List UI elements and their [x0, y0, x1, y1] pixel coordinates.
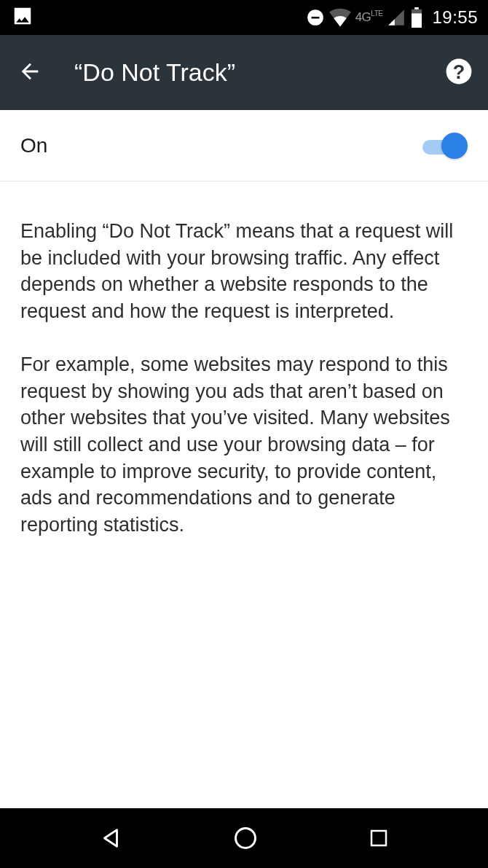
svg-rect-2	[415, 7, 420, 9]
toggle-row: On	[0, 110, 488, 181]
arrow-back-icon	[17, 59, 42, 87]
network-label: 4GLTE	[355, 10, 383, 25]
page-title: “Do Not Track”	[45, 58, 444, 87]
description-paragraph-2: For example, some websites may respond t…	[20, 351, 468, 539]
square-recent-icon	[368, 827, 390, 849]
do-not-track-toggle[interactable]	[422, 131, 468, 160]
wifi-icon	[329, 8, 351, 27]
status-right: 4GLTE 19:55	[306, 7, 482, 28]
clock: 19:55	[428, 7, 482, 28]
nav-recent-button[interactable]	[368, 827, 390, 849]
description: Enabling “Do Not Track” means that a req…	[0, 181, 488, 539]
battery-icon	[410, 7, 423, 28]
toggle-label: On	[20, 134, 422, 157]
status-left	[6, 5, 34, 30]
description-paragraph-1: Enabling “Do Not Track” means that a req…	[20, 218, 468, 325]
status-bar: 4GLTE 19:55	[0, 0, 488, 35]
app-bar: “Do Not Track” ?	[0, 35, 488, 110]
svg-text:?: ?	[453, 60, 465, 82]
circle-home-icon	[232, 825, 259, 851]
svg-rect-1	[311, 17, 319, 19]
help-button[interactable]: ?	[444, 58, 473, 88]
toggle-thumb	[441, 133, 468, 159]
picture-icon	[12, 5, 34, 30]
nav-home-button[interactable]	[232, 825, 259, 851]
triangle-back-icon	[98, 826, 123, 851]
svg-point-7	[236, 829, 256, 848]
back-button[interactable]	[15, 59, 45, 87]
svg-rect-4	[412, 13, 422, 28]
navigation-bar	[0, 808, 488, 868]
dnd-icon	[306, 8, 325, 27]
help-icon: ?	[445, 58, 473, 88]
nav-back-button[interactable]	[98, 826, 123, 851]
cellular-icon	[387, 8, 406, 27]
svg-rect-8	[371, 831, 386, 845]
